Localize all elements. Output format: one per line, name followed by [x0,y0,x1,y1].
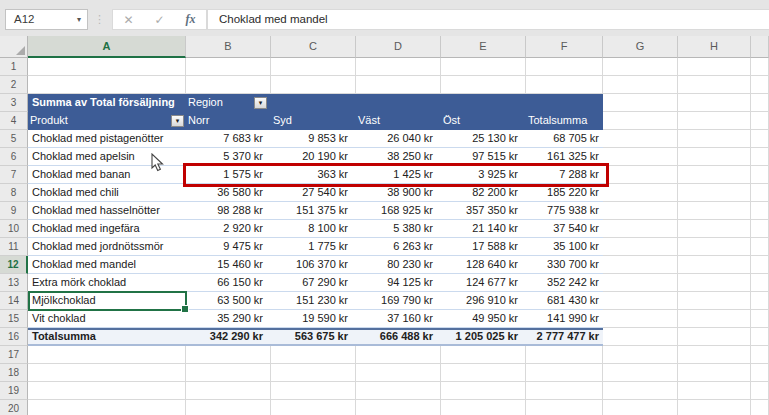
cell-G14[interactable] [603,292,678,310]
cell-H2[interactable] [678,76,751,94]
row-header-3[interactable]: 3 [0,94,28,112]
row-header-16[interactable]: 16 [0,328,28,346]
cell-H9[interactable] [678,202,751,220]
cell-C3[interactable] [271,94,356,112]
cell-H3[interactable] [678,94,751,112]
cell-G13[interactable] [603,274,678,292]
cell-B6[interactable]: 5 370 kr [186,148,271,166]
cell-D4[interactable]: Väst [356,112,441,130]
cell-E17[interactable] [441,346,526,364]
cell-D5[interactable]: 26 040 kr [356,130,441,148]
cell-D9[interactable]: 168 925 kr [356,202,441,220]
row-header-8[interactable]: 8 [0,184,28,202]
cell-D14[interactable]: 169 790 kr [356,292,441,310]
cell-E5[interactable]: 25 130 kr [441,130,526,148]
cell-H6[interactable] [678,148,751,166]
cell-D13[interactable]: 94 125 kr [356,274,441,292]
cell-B19[interactable] [186,382,271,400]
cell-H17[interactable] [678,346,751,364]
cell-D10[interactable]: 5 380 kr [356,220,441,238]
cell-F16[interactable]: 2 777 477 kr [526,328,603,346]
column-header-H[interactable]: H [678,36,751,58]
product-filter-button[interactable]: ▾ [171,115,184,127]
row-header-4[interactable]: 4 [0,112,28,130]
column-header-I[interactable] [751,36,769,58]
cell-G18[interactable] [603,364,678,382]
cell-G20[interactable] [603,400,678,415]
cell-G6[interactable] [603,148,678,166]
cell-H10[interactable] [678,220,751,238]
cell-E7[interactable]: 3 925 kr [441,166,526,184]
select-all-button[interactable] [0,36,28,58]
cell-B4[interactable]: Norr [186,112,271,130]
cell-I15[interactable] [751,310,769,328]
cell-A8[interactable]: Choklad med chili [28,184,186,202]
row-header-9[interactable]: 9 [0,202,28,220]
cell-E2[interactable] [441,76,526,94]
cell-D18[interactable] [356,364,441,382]
cell-F11[interactable]: 35 100 kr [526,238,603,256]
cell-G7[interactable] [603,166,678,184]
cell-B9[interactable]: 98 288 kr [186,202,271,220]
cell-C12[interactable]: 106 370 kr [271,256,356,274]
cell-G5[interactable] [603,130,678,148]
cell-D12[interactable]: 80 230 kr [356,256,441,274]
cell-A12[interactable]: Choklad med mandel [28,256,186,274]
cell-B20[interactable] [186,400,271,415]
cell-E13[interactable]: 124 677 kr [441,274,526,292]
row-header-6[interactable]: 6 [0,148,28,166]
cell-I9[interactable] [751,202,769,220]
cell-D3[interactable] [356,94,441,112]
cell-G12[interactable] [603,256,678,274]
cell-E6[interactable]: 97 515 kr [441,148,526,166]
cancel-icon[interactable]: ✕ [123,13,133,27]
cell-E15[interactable]: 49 950 kr [441,310,526,328]
cell-B2[interactable] [186,76,271,94]
cell-I12[interactable] [751,256,769,274]
column-header-C[interactable]: C [271,36,356,58]
cell-D1[interactable] [356,58,441,76]
cell-G9[interactable] [603,202,678,220]
cell-A19[interactable] [28,382,186,400]
row-header-7[interactable]: 7 [0,166,28,184]
cell-H12[interactable] [678,256,751,274]
cell-A15[interactable]: Vit choklad [28,310,186,328]
cell-A3[interactable]: Summa av Total försäljning [28,94,186,112]
cell-E10[interactable]: 21 140 kr [441,220,526,238]
cell-A17[interactable] [28,346,186,364]
row-header-13[interactable]: 13 [0,274,28,292]
cell-E1[interactable] [441,58,526,76]
cell-E18[interactable] [441,364,526,382]
cell-F10[interactable]: 37 540 kr [526,220,603,238]
cell-F3[interactable] [526,94,603,112]
cell-F7[interactable]: 7 288 kr [526,166,603,184]
cell-H16[interactable] [678,328,751,346]
cell-D6[interactable]: 38 250 kr [356,148,441,166]
cell-F8[interactable]: 185 220 kr [526,184,603,202]
cell-E16[interactable]: 1 205 025 kr [441,328,526,346]
cell-I13[interactable] [751,274,769,292]
cell-C19[interactable] [271,382,356,400]
cell-H4[interactable] [678,112,751,130]
row-header-18[interactable]: 18 [0,364,28,382]
cell-G2[interactable] [603,76,678,94]
column-header-B[interactable]: B [186,36,271,58]
cell-D16[interactable]: 666 488 kr [356,328,441,346]
cell-B14[interactable]: 63 500 kr [186,292,271,310]
cell-E3[interactable] [441,94,526,112]
cell-I20[interactable] [751,400,769,415]
cell-G8[interactable] [603,184,678,202]
insert-function-icon[interactable]: fx [186,12,196,27]
cell-I19[interactable] [751,382,769,400]
cell-A2[interactable] [28,76,186,94]
row-header-20[interactable]: 20 [0,400,28,415]
cell-G16[interactable] [603,328,678,346]
cell-I6[interactable] [751,148,769,166]
cell-F18[interactable] [526,364,603,382]
name-box[interactable]: A12 ▾ [5,9,88,30]
splitter-dots-icon[interactable]: ⋮ [94,8,105,30]
cell-C11[interactable]: 1 775 kr [271,238,356,256]
cell-E9[interactable]: 357 350 kr [441,202,526,220]
fill-handle[interactable] [181,305,189,313]
cell-F5[interactable]: 68 705 kr [526,130,603,148]
